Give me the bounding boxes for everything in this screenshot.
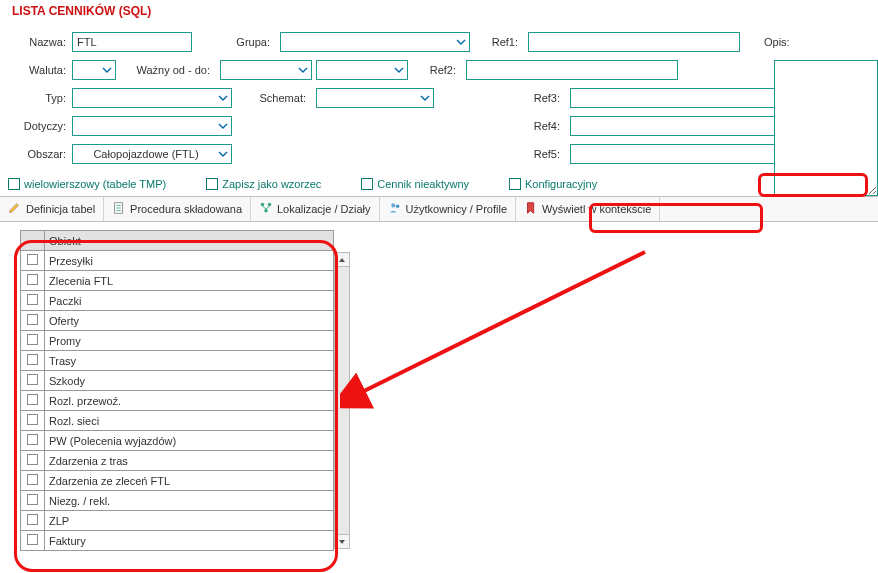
grid-header-checkbox	[21, 231, 45, 251]
chk-nieaktywny[interactable]: Cennik nieaktywny	[361, 178, 469, 190]
btn-definicja-label: Definicja tabel	[26, 203, 95, 215]
row-checkbox[interactable]	[21, 511, 45, 531]
row-checkbox[interactable]	[21, 271, 45, 291]
chk-konfiguracyjny-label: Konfiguracyjny	[525, 178, 597, 190]
row-obiekt-label: Niezg. / rekl.	[45, 491, 334, 511]
table-row[interactable]: Szkody	[21, 371, 334, 391]
row-obiekt-label: Zdarzenia ze zleceń FTL	[45, 471, 334, 491]
users-icon	[388, 201, 402, 217]
btn-procedura-label: Procedura składowana	[130, 203, 242, 215]
row-checkbox[interactable]	[21, 351, 45, 371]
btn-uzyt-label: Użytkownicy / Profile	[406, 203, 507, 215]
btn-lokalizacje-dzialy[interactable]: Lokalizacje / Działy	[251, 197, 380, 221]
table-row[interactable]: Zdarzenia ze zleceń FTL	[21, 471, 334, 491]
table-row[interactable]: Zlecenia FTL	[21, 271, 334, 291]
obszar-dropdown-icon[interactable]	[216, 146, 230, 162]
table-row[interactable]: Promy	[21, 331, 334, 351]
label-typ: Typ:	[8, 92, 68, 104]
row-obiekt-label: Rozl. sieci	[45, 411, 334, 431]
obiekt-grid: Obiekt PrzesyłkiZlecenia FTLPaczkiOferty…	[20, 230, 334, 551]
chk-wzorzec-label: Zapisz jako wzorzec	[222, 178, 321, 190]
table-row[interactable]: Oferty	[21, 311, 334, 331]
btn-lokal-label: Lokalizacje / Działy	[277, 203, 371, 215]
ref3-input[interactable]	[570, 88, 782, 108]
row-obiekt-label: Paczki	[45, 291, 334, 311]
table-row[interactable]: PW (Polecenia wyjazdów)	[21, 431, 334, 451]
row-checkbox[interactable]	[21, 471, 45, 491]
table-row[interactable]: Trasy	[21, 351, 334, 371]
schemat-combo[interactable]	[316, 88, 434, 108]
wazny-od-dropdown-icon[interactable]	[296, 62, 310, 78]
grid-header-obiekt: Obiekt	[45, 231, 334, 251]
scroll-down-icon[interactable]	[335, 534, 349, 548]
table-row[interactable]: Przesyłki	[21, 251, 334, 271]
label-grupa: Grupa:	[196, 36, 276, 48]
row-obiekt-label: Trasy	[45, 351, 334, 371]
row-checkbox[interactable]	[21, 531, 45, 551]
row-checkbox[interactable]	[21, 251, 45, 271]
row-obiekt-label: Przesyłki	[45, 251, 334, 271]
label-ref5: Ref5:	[526, 148, 566, 160]
row-checkbox[interactable]	[21, 391, 45, 411]
btn-uzytkownicy-profile[interactable]: Użytkownicy / Profile	[380, 197, 516, 221]
row-checkbox[interactable]	[21, 371, 45, 391]
ref4-input[interactable]	[570, 116, 782, 136]
row-checkbox[interactable]	[21, 431, 45, 451]
row-obiekt-label: Zlecenia FTL	[45, 271, 334, 291]
row-obiekt-label: Szkody	[45, 371, 334, 391]
grupa-dropdown-icon[interactable]	[454, 34, 468, 50]
schemat-dropdown-icon[interactable]	[418, 90, 432, 106]
opis-textarea[interactable]	[774, 60, 878, 196]
row-checkbox[interactable]	[21, 291, 45, 311]
chk-wielowierszowy[interactable]: wielowierszowy (tabele TMP)	[8, 178, 166, 190]
label-nazwa: Nazwa:	[8, 36, 68, 48]
nazwa-input[interactable]	[72, 32, 192, 52]
typ-dropdown-icon[interactable]	[216, 90, 230, 106]
row-checkbox[interactable]	[21, 411, 45, 431]
chk-konfiguracyjny[interactable]: Konfiguracyjny	[509, 178, 597, 190]
waluta-dropdown-icon[interactable]	[100, 62, 114, 78]
window-title: LISTA CENNIKÓW (SQL)	[12, 4, 151, 18]
ref2-input[interactable]	[466, 60, 678, 80]
row-obiekt-label: Oferty	[45, 311, 334, 331]
table-row[interactable]: Rozl. przewoź.	[21, 391, 334, 411]
dotyczy-dropdown-icon[interactable]	[216, 118, 230, 134]
wazny-do-dropdown-icon[interactable]	[392, 62, 406, 78]
row-checkbox[interactable]	[21, 491, 45, 511]
chk-nieaktywny-label: Cennik nieaktywny	[377, 178, 469, 190]
svg-point-3	[264, 209, 268, 213]
svg-point-2	[268, 203, 272, 207]
grupa-combo[interactable]	[280, 32, 470, 52]
table-row[interactable]: Zdarzenia z tras	[21, 451, 334, 471]
table-row[interactable]: Rozl. sieci	[21, 411, 334, 431]
ref5-input[interactable]	[570, 144, 782, 164]
svg-point-1	[261, 203, 265, 207]
obszar-combo[interactable]	[72, 144, 232, 164]
table-row[interactable]: ZLP	[21, 511, 334, 531]
btn-wyswietl-w-kontekscie[interactable]: Wyświetl w kontekście	[516, 197, 660, 221]
label-wazny: Ważny od - do:	[120, 64, 216, 76]
label-ref1: Ref1:	[484, 36, 524, 48]
label-waluta: Waluta:	[8, 64, 68, 76]
dotyczy-combo[interactable]	[72, 116, 232, 136]
toolbar: Definicja tabel Procedura składowana Lok…	[0, 196, 878, 222]
btn-procedura-skladowana[interactable]: Procedura składowana	[104, 197, 251, 221]
row-checkbox[interactable]	[21, 451, 45, 471]
btn-definicja-tabel[interactable]: Definicja tabel	[0, 197, 104, 221]
typ-combo[interactable]	[72, 88, 232, 108]
scroll-up-icon[interactable]	[335, 253, 349, 267]
label-ref3: Ref3:	[526, 92, 566, 104]
chk-wzorzec[interactable]: Zapisz jako wzorzec	[206, 178, 321, 190]
row-checkbox[interactable]	[21, 331, 45, 351]
table-row[interactable]: Paczki	[21, 291, 334, 311]
ref1-input[interactable]	[528, 32, 740, 52]
row-checkbox[interactable]	[21, 311, 45, 331]
table-row[interactable]: Faktury	[21, 531, 334, 551]
svg-point-4	[391, 203, 395, 207]
row-obiekt-label: Promy	[45, 331, 334, 351]
label-ref4: Ref4:	[526, 120, 566, 132]
table-row[interactable]: Niezg. / rekl.	[21, 491, 334, 511]
label-ref2: Ref2:	[422, 64, 462, 76]
label-opis: Opis:	[744, 36, 784, 48]
grid-scrollbar[interactable]	[334, 252, 350, 549]
